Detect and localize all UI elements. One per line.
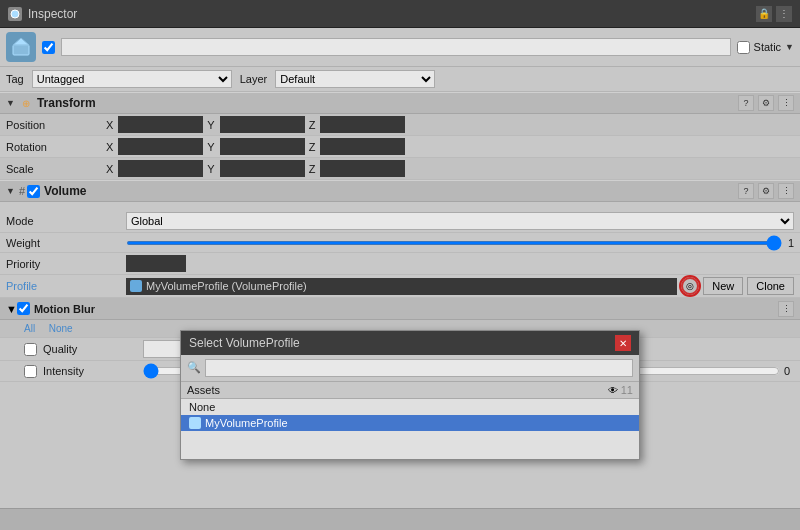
mode-label: Mode bbox=[6, 215, 126, 227]
profile-picker-button[interactable]: ◎ bbox=[681, 277, 699, 295]
none-label[interactable]: None bbox=[49, 323, 73, 334]
volume-help-btn[interactable]: ? bbox=[738, 183, 754, 199]
rotation-label: Rotation bbox=[6, 141, 106, 153]
mode-select[interactable]: Global Local bbox=[126, 212, 794, 230]
popup-none-item[interactable]: None bbox=[181, 399, 639, 415]
popup-header: Select VolumeProfile ✕ bbox=[181, 331, 639, 355]
intensity-checkbox[interactable] bbox=[24, 365, 37, 378]
popup-assets-tab[interactable]: Assets bbox=[187, 384, 220, 396]
transform-btns: ? ⚙ ⋮ bbox=[738, 95, 794, 111]
scale-x-input[interactable]: 1 bbox=[118, 160, 203, 177]
popup-tabs: Assets 👁 11 bbox=[181, 382, 639, 399]
volume-spacer bbox=[0, 202, 800, 210]
volume-arrow[interactable]: ▼ bbox=[6, 186, 15, 196]
weight-slider[interactable] bbox=[126, 241, 782, 245]
tag-layer-row: Tag Untagged Layer Default bbox=[0, 67, 800, 92]
separator bbox=[39, 323, 45, 334]
profile-asset-icon bbox=[130, 280, 142, 292]
popup-count-area: 👁 11 bbox=[608, 384, 633, 396]
popup-item-label: MyVolumeProfile bbox=[205, 417, 288, 429]
title-bar: Inspector 🔒 ⋮ bbox=[0, 0, 800, 28]
profile-asset-name: MyVolumeProfile (VolumeProfile) bbox=[146, 280, 307, 292]
priority-input[interactable]: 0 bbox=[126, 255, 186, 272]
rotation-z-input[interactable]: 0 bbox=[320, 138, 405, 155]
popup-search-icon: 🔍 bbox=[187, 361, 201, 375]
object-name-input[interactable]: MyVolume bbox=[61, 38, 731, 56]
static-dropdown-arrow[interactable]: ▼ bbox=[785, 42, 794, 52]
popup-title: Select VolumeProfile bbox=[189, 336, 615, 350]
tag-select[interactable]: Untagged bbox=[32, 70, 232, 88]
inspector-icon bbox=[8, 7, 22, 21]
popup-item-icon bbox=[189, 417, 201, 429]
position-label: Position bbox=[6, 119, 106, 131]
svg-point-0 bbox=[11, 10, 19, 18]
layer-label: Layer bbox=[240, 73, 268, 85]
lock-button[interactable]: 🔒 bbox=[756, 6, 772, 22]
priority-row: Priority 0 bbox=[0, 253, 800, 275]
motion-blur-arrow[interactable]: ▼ bbox=[6, 303, 17, 315]
popup-search-area: 🔍 bbox=[181, 355, 639, 382]
position-x-input[interactable]: 0.1636768 bbox=[118, 116, 203, 133]
popup-myvolumeprofile-item[interactable]: MyVolumeProfile bbox=[181, 415, 639, 431]
transform-icon: ⊕ bbox=[19, 96, 33, 110]
position-z-input[interactable]: 24.33095 bbox=[320, 116, 405, 133]
popup-list: None MyVolumeProfile bbox=[181, 399, 639, 459]
profile-row: Profile MyVolumeProfile (VolumeProfile) … bbox=[0, 275, 800, 298]
profile-value: MyVolumeProfile (VolumeProfile) ◎ New Cl… bbox=[126, 277, 794, 295]
motion-blur-menu-btn[interactable]: ⋮ bbox=[778, 301, 794, 317]
position-y-input[interactable]: -18.40782 bbox=[220, 116, 305, 133]
volume-settings-btn[interactable]: ⚙ bbox=[758, 183, 774, 199]
clone-profile-button[interactable]: Clone bbox=[747, 277, 794, 295]
transform-help-btn[interactable]: ? bbox=[738, 95, 754, 111]
static-checkbox[interactable] bbox=[737, 41, 750, 54]
menu-button[interactable]: ⋮ bbox=[776, 6, 792, 22]
weight-value: 1 bbox=[126, 237, 794, 249]
scale-z-input[interactable]: 1 bbox=[320, 160, 405, 177]
scale-row: Scale X 1 Y 1 Z 1 bbox=[0, 158, 800, 180]
bottom-bar bbox=[0, 508, 800, 530]
new-profile-button[interactable]: New bbox=[703, 277, 743, 295]
layer-select[interactable]: Default bbox=[275, 70, 435, 88]
profile-asset-field[interactable]: MyVolumeProfile (VolumeProfile) bbox=[126, 278, 677, 295]
title-bar-actions: 🔒 ⋮ bbox=[756, 6, 792, 22]
select-volume-profile-popup: Select VolumeProfile ✕ 🔍 Assets 👁 11 Non… bbox=[180, 330, 640, 460]
volume-title: Volume bbox=[44, 184, 738, 198]
eye-icon: 👁 bbox=[608, 385, 618, 396]
volume-menu-btn[interactable]: ⋮ bbox=[778, 183, 794, 199]
volume-header: ▼ # Volume ? ⚙ ⋮ bbox=[0, 180, 800, 202]
object-enabled-checkbox[interactable] bbox=[42, 41, 55, 54]
transform-arrow[interactable]: ▼ bbox=[6, 98, 15, 108]
quality-checkbox[interactable] bbox=[24, 343, 37, 356]
volume-enabled-checkbox[interactable] bbox=[27, 185, 40, 198]
intensity-value: 0 bbox=[784, 365, 794, 377]
profile-label: Profile bbox=[6, 280, 126, 292]
static-label: Static bbox=[754, 41, 782, 53]
volume-btns: ? ⚙ ⋮ bbox=[738, 183, 794, 199]
rotation-row: Rotation X 0 Y 0 Z 0 bbox=[0, 136, 800, 158]
position-row: Position X 0.1636768 Y -18.40782 Z 24.33… bbox=[0, 114, 800, 136]
scale-y-input[interactable]: 1 bbox=[220, 160, 305, 177]
transform-settings-btn[interactable]: ⚙ bbox=[758, 95, 774, 111]
priority-label: Priority bbox=[6, 258, 126, 270]
transform-menu-btn[interactable]: ⋮ bbox=[778, 95, 794, 111]
popup-search-input[interactable] bbox=[205, 359, 633, 377]
object-icon bbox=[6, 32, 36, 62]
tag-label: Tag bbox=[6, 73, 24, 85]
mode-row: Mode Global Local bbox=[0, 210, 800, 233]
popup-none-label: None bbox=[189, 401, 215, 413]
priority-value: 0 bbox=[126, 255, 794, 272]
transform-header: ▼ ⊕ Transform ? ⚙ ⋮ bbox=[0, 92, 800, 114]
position-fields: X 0.1636768 Y -18.40782 Z 24.33095 bbox=[106, 116, 794, 133]
scale-label: Scale bbox=[6, 163, 106, 175]
object-header: MyVolume Static ▼ bbox=[0, 28, 800, 67]
transform-title: Transform bbox=[37, 96, 738, 110]
motion-blur-header: ▼ Motion Blur ⋮ bbox=[0, 298, 800, 320]
static-area: Static ▼ bbox=[737, 41, 794, 54]
rotation-x-input[interactable]: 0 bbox=[118, 138, 203, 155]
rotation-y-input[interactable]: 0 bbox=[220, 138, 305, 155]
weight-label: Weight bbox=[6, 237, 126, 249]
motion-blur-enabled-checkbox[interactable] bbox=[17, 302, 30, 315]
quality-label: Quality bbox=[43, 343, 143, 355]
all-label[interactable]: All bbox=[24, 323, 35, 334]
popup-close-button[interactable]: ✕ bbox=[615, 335, 631, 351]
